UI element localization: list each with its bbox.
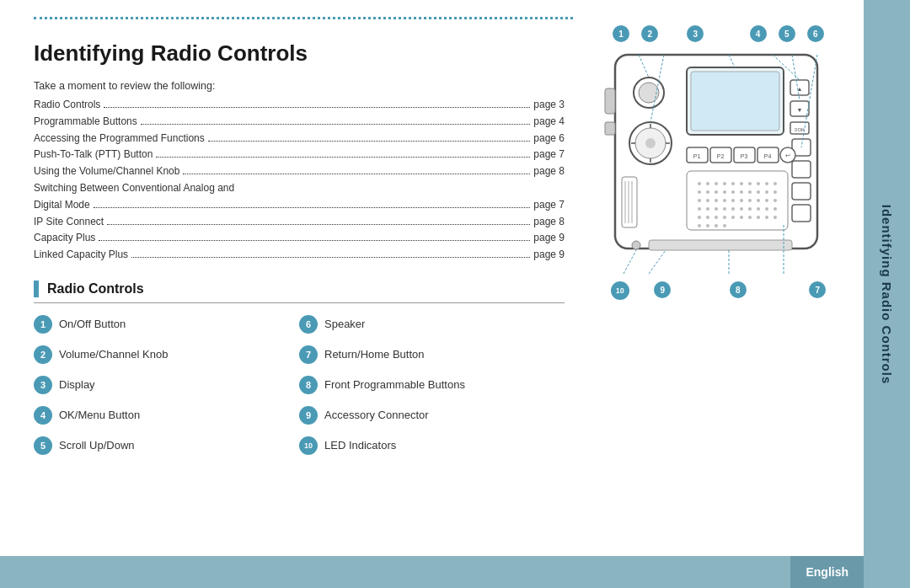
svg-rect-26 (792, 183, 811, 200)
svg-point-51 (715, 190, 718, 194)
sidebar-text: Identifying Radio Controls (880, 204, 894, 384)
callout-2: 2 (641, 25, 658, 42)
control-item: 7 Return/Home Button (299, 345, 565, 364)
english-label-bar: English (790, 556, 864, 588)
svg-text:P1: P1 (693, 153, 701, 159)
control-badge: 5 (34, 436, 52, 455)
control-badge: 9 (299, 406, 318, 425)
svg-point-61 (715, 199, 718, 202)
toc-dots (99, 240, 530, 241)
control-badge: 1 (34, 315, 52, 334)
svg-point-63 (731, 199, 735, 202)
svg-rect-93 (649, 240, 792, 250)
svg-point-76 (757, 207, 760, 211)
toc-dots (94, 207, 531, 208)
svg-point-80 (706, 216, 709, 219)
svg-text:P2: P2 (717, 153, 725, 159)
control-badge: 8 (299, 376, 318, 394)
intro-text: Take a moment to review the following: (34, 80, 565, 92)
svg-point-82 (723, 216, 726, 219)
sidebar-bar: Identifying Radio Controls (864, 0, 910, 588)
svg-point-68 (774, 199, 777, 202)
control-badge: 6 (299, 315, 318, 334)
callout-top-row: 1 2 3 4 5 6 (598, 25, 838, 42)
control-label: Return/Home Button (324, 348, 425, 361)
toc-item: IP Site Connectpage 8 (34, 214, 565, 231)
callout-7: 7 (809, 281, 826, 298)
svg-point-7 (645, 138, 656, 148)
control-label: On/Off Button (59, 318, 126, 330)
svg-rect-25 (792, 161, 811, 178)
svg-point-43 (731, 182, 735, 185)
svg-point-52 (723, 190, 726, 194)
toc-dots (183, 174, 530, 174)
svg-point-4 (639, 83, 659, 103)
toc-page: page 4 (533, 114, 565, 131)
svg-rect-17 (691, 72, 779, 131)
svg-point-73 (731, 207, 735, 211)
svg-point-59 (698, 199, 701, 202)
toc-label: Switching Between Conventional Analog an… (34, 180, 234, 197)
svg-point-42 (723, 182, 726, 185)
control-item: 1 On/Off Button (34, 315, 299, 334)
svg-line-101 (624, 250, 636, 274)
svg-point-46 (757, 182, 760, 185)
svg-point-75 (748, 207, 752, 211)
dotted-border (34, 17, 573, 24)
control-label: Volume/Channel Knob (59, 348, 168, 361)
svg-point-49 (698, 190, 701, 194)
radio-diagram: 1 2 3 4 5 6 (598, 25, 838, 300)
svg-text:P4: P4 (764, 153, 772, 159)
svg-point-39 (698, 182, 701, 185)
svg-point-48 (774, 182, 777, 185)
section-heading-bar (34, 281, 39, 297)
svg-rect-2 (605, 122, 615, 135)
svg-point-47 (765, 182, 768, 185)
svg-point-53 (731, 190, 735, 194)
svg-point-89 (698, 224, 701, 227)
control-item: 6 Speaker (299, 315, 565, 334)
svg-text:≡OK: ≡OK (795, 127, 805, 132)
svg-point-83 (731, 216, 735, 219)
control-badge: 2 (34, 345, 52, 364)
toc-item: Push-To-Talk (PTT) Buttonpage 7 (34, 147, 565, 163)
svg-point-54 (740, 190, 743, 194)
svg-point-81 (715, 216, 718, 219)
toc-dots (141, 124, 531, 125)
control-item: 2 Volume/Channel Knob (34, 345, 299, 364)
svg-point-78 (774, 207, 777, 211)
toc-page: page 7 (533, 147, 565, 163)
svg-point-45 (748, 182, 752, 185)
toc-page: page 8 (533, 163, 565, 180)
control-label: Scroll Up/Down (59, 439, 135, 452)
toc-item: Accessing the Programmed Functionspage 6 (34, 131, 565, 147)
control-item: 10 LED Indicators (299, 436, 565, 455)
svg-point-92 (723, 224, 726, 227)
controls-grid: 1 On/Off Button 2 Volume/Channel Knob 3 … (34, 315, 565, 467)
toc-page: page 7 (533, 197, 565, 214)
page-title: Identifying Radio Controls (34, 40, 565, 67)
control-item: 8 Front Programmable Buttons (299, 376, 565, 394)
callout-3: 3 (687, 25, 704, 42)
toc-page: page 6 (533, 131, 565, 147)
svg-line-102 (649, 250, 666, 274)
callout-5: 5 (779, 25, 795, 42)
svg-point-85 (748, 216, 752, 219)
svg-point-66 (757, 199, 760, 202)
radio-svg: ▲ ▼ ≡OK P1 P2 P3 P4 (598, 46, 838, 282)
toc-item: Programmable Buttonspage 4 (34, 114, 565, 131)
control-item: 4 OK/Menu Button (34, 406, 299, 425)
svg-point-64 (740, 199, 743, 202)
svg-point-72 (723, 207, 726, 211)
svg-point-87 (765, 216, 768, 219)
toc-item: Linked Capacity Pluspage 9 (34, 247, 565, 264)
control-label: Display (59, 378, 95, 391)
toc-dots (208, 141, 531, 142)
svg-point-94 (632, 241, 640, 249)
main-content: Identifying Radio Controls Take a moment… (0, 0, 590, 588)
svg-rect-27 (792, 205, 811, 222)
svg-point-56 (757, 190, 760, 194)
control-item: 3 Display (34, 376, 299, 394)
svg-rect-12 (622, 177, 637, 227)
svg-point-62 (723, 199, 726, 202)
